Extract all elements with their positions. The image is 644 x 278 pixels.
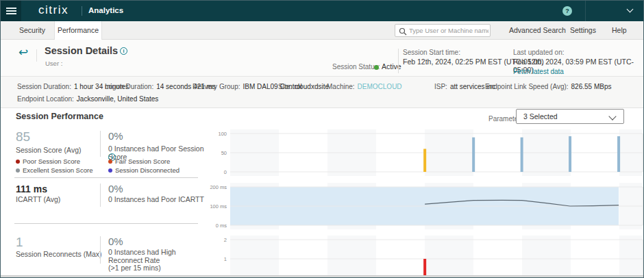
score-poor-pct: 0% <box>108 130 123 142</box>
section-title: Session Performance <box>16 112 103 121</box>
settings-link[interactable]: Settings <box>570 21 596 40</box>
help-question-icon[interactable]: ? <box>562 6 572 16</box>
session-performance-section: Session Performance Parameters: 3 Select… <box>1 108 644 278</box>
legend-dot-fair <box>108 160 112 164</box>
legend-poor: Poor Session Score <box>23 157 80 165</box>
last-updated-label: Last updated on: <box>513 49 565 56</box>
page-header: ↩ Session Details i User : Session Statu… <box>1 40 644 77</box>
product-name: Analytics <box>88 6 123 14</box>
icartt-poor-pct-label: 0 Instances had Poor ICARTT <box>108 196 211 204</box>
legend-dot-disconnected <box>108 168 112 173</box>
machine-link[interactable]: DEMOCLOUD <box>358 83 402 90</box>
brand-divider <box>82 6 82 16</box>
metric-divider <box>100 131 101 157</box>
svg-text:50: 50 <box>221 150 227 156</box>
machine: Machine:DEMOCLOUD <box>327 83 402 90</box>
parameters-value: 3 Selected <box>523 112 558 121</box>
parameters-dropdown[interactable]: 3 Selected <box>516 109 624 124</box>
row-divider <box>14 223 198 224</box>
citrix-analytics-window: citrix Analytics ? Security Performance … <box>0 0 644 278</box>
horizontal-scrollbar[interactable] <box>1 275 644 278</box>
session-start-label: Session Start time: <box>403 49 460 56</box>
svg-text:100 ms: 100 ms <box>210 203 227 210</box>
svg-text:200 ms: 200 ms <box>210 184 227 190</box>
title-info-icon[interactable]: i <box>120 47 127 55</box>
session-score-chart: 100500 <box>206 129 644 176</box>
icartt-label: ICARTT (Avg) <box>16 195 60 203</box>
search-box[interactable] <box>395 24 491 37</box>
row-divider <box>14 177 198 178</box>
search-input[interactable] <box>409 25 488 36</box>
endpoint-link-speed: Endpoint Link Speed (Avg):826.55 MBps <box>485 83 612 90</box>
hamburger-menu-icon[interactable] <box>1 1 21 21</box>
page-title: Session Details <box>45 45 118 56</box>
tab-security[interactable]: Security <box>10 21 54 40</box>
metric-divider <box>100 184 101 207</box>
svg-text:0: 0 <box>224 169 227 175</box>
session-score-value: 85 <box>16 129 30 144</box>
advanced-search-link[interactable]: Advanced Search <box>509 21 566 40</box>
topbar-divider <box>585 1 586 21</box>
search-icon <box>399 27 407 36</box>
dropdown-chevron-icon <box>608 112 616 120</box>
user-label: User : <box>45 60 62 67</box>
icartt-value: 111 ms <box>16 184 47 194</box>
legend-dot-poor <box>16 160 20 164</box>
tab-performance[interactable]: Performance <box>54 21 102 40</box>
header-divider <box>398 49 399 73</box>
legend-dot-excellent <box>16 168 20 173</box>
citrix-logo: citrix <box>38 3 69 17</box>
session-info-bar: Session Duration:1 hour 34 minutes Logon… <box>1 77 644 108</box>
session-score-label: Session Score (Avg) <box>16 146 82 154</box>
reconnects-pct-label: 0 Instances had High Reconnect Rate (>1 … <box>108 249 211 273</box>
legend-fair: Fair Session Score <box>115 157 170 165</box>
endpoint-location: Endpoint Location:Jacksonville, United S… <box>17 95 158 103</box>
reconnects-pct: 0% <box>108 236 123 247</box>
fetch-latest-data-link[interactable]: Fetch latest data <box>513 68 564 75</box>
metric-divider <box>100 236 101 264</box>
header-divider <box>36 49 37 62</box>
help-link[interactable]: Help <box>612 21 627 40</box>
site: Site:cloudxdsite <box>278 83 329 90</box>
tab-bar: Security Performance Advanced Search Set… <box>1 21 644 40</box>
legend-disconnected: Session Disconnected <box>115 166 179 174</box>
reconnects-label: Session Reconnects (Max) <box>16 250 101 258</box>
svg-text:100: 100 <box>218 131 227 137</box>
icartt-poor-pct: 0% <box>108 183 123 194</box>
reconnects-value: 1 <box>16 235 23 250</box>
account-chevron-down-icon[interactable] <box>627 6 634 13</box>
back-arrow-icon[interactable]: ↩ <box>18 45 28 60</box>
legend-excellent: Excellent Session Score <box>23 166 92 174</box>
status-active-dot <box>374 65 379 70</box>
svg-text:0 ms: 0 ms <box>216 223 227 229</box>
svg-text:1: 1 <box>224 256 227 262</box>
icartt-chart: 200 ms100 ms0 ms <box>206 183 644 229</box>
reconnects-chart: 21 <box>206 236 644 278</box>
svg-text:2: 2 <box>224 237 227 243</box>
top-bar: citrix Analytics ? <box>1 1 644 21</box>
session-status-label: Session Status: <box>332 63 380 71</box>
